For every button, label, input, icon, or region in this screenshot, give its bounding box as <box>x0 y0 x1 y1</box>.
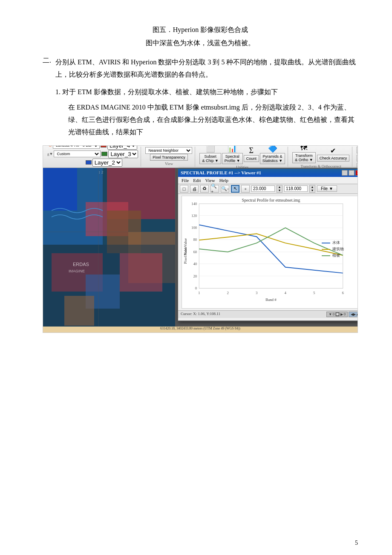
pyramids-statistics-btn[interactable]: Pyramids &Statistics ▼ <box>260 153 285 164</box>
band-select-2[interactable]: Custom <box>54 150 101 157</box>
zoom-out-btn[interactable]: 🔍- <box>221 185 229 193</box>
spectral-profile-window: SPECTRAL PROFILE #1 --> Viewer #1 _ □ ✕ … <box>177 168 358 321</box>
svg-text:1: 1 <box>198 291 200 295</box>
figure-subtitle: 图中深蓝色为水体，浅蓝色为植被。 <box>43 39 358 48</box>
band-select-1[interactable]: Landsat 4 TM - 6 Band <box>53 145 100 149</box>
spectral-chart: Spectral Profile for etmsubset.img Pixel… <box>182 196 358 309</box>
spectral-window-title: SPECTRAL PROFILE #1 --> Viewer #1 <box>181 170 261 175</box>
svg-text:20: 20 <box>193 274 197 278</box>
single-point-btn[interactable]: ⊕ Single Point <box>357 147 358 153</box>
file-dropdown-btn[interactable]: File ▼ <box>317 185 337 192</box>
menu-file[interactable]: File <box>182 178 189 183</box>
transform-group: 🗺 Transform& Ortho ▼ ✔ Check Accuracy Tr… <box>290 147 352 167</box>
cursor-btn[interactable]: ↖ <box>231 185 239 193</box>
count-btn[interactable]: Count <box>244 155 259 162</box>
restore-btn[interactable]: □ <box>349 170 355 176</box>
menu-edit[interactable]: Edit <box>193 178 201 183</box>
svg-text:建筑物: 建筑物 <box>332 247 344 251</box>
x-down-btn[interactable]: ▼ <box>277 189 282 192</box>
svg-text:140: 140 <box>191 202 197 206</box>
open-btn[interactable]: 🖨 <box>190 185 199 193</box>
svg-text:5: 5 <box>313 291 315 295</box>
add-btn[interactable]: + <box>241 185 250 193</box>
svg-text:40: 40 <box>193 262 197 266</box>
edit-group: 🚩 Control Points ⊕ Single Point ■ Fill ■… <box>354 147 358 167</box>
zoom-status-btn[interactable]: ▼ 0 🔲 ▶ 0 <box>326 312 348 317</box>
utilities-group: ⬜ Subset& Chip ▼ 📊 SpectralProfile ▼ Σ C… <box>197 147 288 167</box>
minimize-btn[interactable]: _ <box>342 170 348 176</box>
close-btn[interactable]: ✕ <box>355 170 358 176</box>
svg-text:0: 0 <box>195 286 197 290</box>
svg-rect-10 <box>120 253 162 292</box>
coordinate-bar: 631420.18, 3402433.80 meters (UTM Zone 4… <box>43 327 357 332</box>
svg-text:植被: 植被 <box>332 253 340 257</box>
layer2-swatch <box>86 160 92 165</box>
satellite-svg: ERDAS IMAGINE <box>43 168 175 333</box>
svg-text:4: 4 <box>285 291 287 295</box>
chart-svg: 0 20 40 60 80 100 120 140 1 2 3 4 5 <box>182 196 358 308</box>
new-btn[interactable]: □ <box>180 185 188 193</box>
save-btn[interactable]: ♻ <box>200 185 209 193</box>
svg-text:ERDAS: ERDAS <box>73 262 89 267</box>
menu-help[interactable]: Help <box>219 178 228 183</box>
spectral-window-menubar: File Edit View Help <box>178 177 358 184</box>
svg-text:100: 100 <box>191 225 197 230</box>
svg-rect-41 <box>322 243 330 243</box>
spectral-profile-btn[interactable]: SpectralProfile ▼ <box>222 153 243 164</box>
y-value-input[interactable] <box>284 185 308 192</box>
page-number: 5 <box>355 540 358 546</box>
figure-title: 图五．Hyperion 影像假彩色合成 <box>43 26 358 35</box>
cursor-status: Cursor: X: 1.06, Y:108.11 <box>181 312 220 317</box>
layer-select-2[interactable]: Layer_3 <box>108 150 138 158</box>
spectral-window-titlebar: SPECTRAL PROFILE #1 --> Viewer #1 _ □ ✕ <box>178 169 358 177</box>
section-two-text: 分别从 ETM、AVIRIS 和 Hyperion 数据中分别选取 3 到 5 … <box>55 56 358 81</box>
menu-view[interactable]: View <box>205 178 215 183</box>
layer3-swatch <box>101 152 107 156</box>
svg-text:6: 6 <box>342 291 344 295</box>
transform-ortho-btn[interactable]: Transform& Ortho ▼ <box>292 152 315 163</box>
svg-text:60: 60 <box>193 250 197 254</box>
nav-btn[interactable]: ◀▶▲ <box>349 312 358 317</box>
erdas-toolbar: ○ Landsat 4 TM - 6 Band Layer_4 g▼ Custo… <box>43 146 357 168</box>
x-up-btn[interactable]: ▲ <box>277 185 282 189</box>
zoom-in-btn[interactable]: 🔍+ <box>210 185 219 193</box>
svg-text:80: 80 <box>193 237 197 242</box>
svg-text:Band #: Band # <box>265 298 277 302</box>
check-accuracy-btn[interactable]: Check Accuracy <box>317 155 350 162</box>
fill-btn[interactable]: ■ Fill <box>357 155 358 162</box>
svg-text:2: 2 <box>227 291 229 295</box>
screenshot-container: ○ Landsat 4 TM - 6 Band Layer_4 g▼ Custo… <box>43 145 358 333</box>
spectral-window-toolbar: □ 🖨 ♻ 🔍+ 🔍- ↖ + ▲ ▼ ▲ ▼ <box>178 184 358 194</box>
pixel-transparency-btn[interactable]: Pixel Transparency <box>150 154 188 161</box>
view-select[interactable]: Nearest Neighbor <box>145 147 192 154</box>
y-down-btn[interactable]: ▼ <box>310 189 315 192</box>
layer-select-3[interactable]: Layer_2 <box>92 159 122 167</box>
svg-text:3: 3 <box>256 291 258 295</box>
svg-rect-2 <box>43 168 77 211</box>
svg-rect-11 <box>64 296 94 326</box>
subsection-1-title: 1. 对于 ETM 影像数据，分别提取水体、植被、建筑物三种地物，步骤如下 <box>55 86 358 98</box>
x-value-input[interactable] <box>251 185 275 192</box>
section-number: 二. <box>43 56 55 81</box>
svg-text:120: 120 <box>191 213 197 217</box>
svg-text:IMAGINE: IMAGINE <box>69 269 85 273</box>
layer4-swatch <box>101 145 107 148</box>
svg-rect-45 <box>322 255 330 256</box>
satellite-image: ERDAS IMAGINE ↕ 2 <box>43 168 175 333</box>
bands-group: ○ Landsat 4 TM - 6 Band Layer_4 g▼ Custo… <box>45 147 141 167</box>
view-label: View <box>165 162 173 166</box>
subset-chip-btn[interactable]: Subset& Chip ▼ <box>199 153 221 164</box>
y-up-btn[interactable]: ▲ <box>310 185 315 189</box>
main-area: ERDAS IMAGINE ↕ 2 SPECTRAL PROFILE #1 --… <box>43 168 357 333</box>
layer-select-1[interactable]: Layer_4 <box>107 145 137 150</box>
svg-rect-43 <box>322 249 330 250</box>
svg-text:Pixel Value: Pixel Value <box>183 238 187 255</box>
indent-paragraph-1: 在 ERDAS IMAGINE 2010 中加载 ETM 影像 etmsubsr… <box>68 101 358 138</box>
spectral-window-statusbar: Cursor: X: 1.06, Y:108.11 ▼ 0 🔲 ▶ 0 ◀▶▲ <box>178 310 358 318</box>
view-group: Nearest Neighbor Pixel Transparency View <box>143 147 195 167</box>
svg-text:水体: 水体 <box>332 240 340 245</box>
